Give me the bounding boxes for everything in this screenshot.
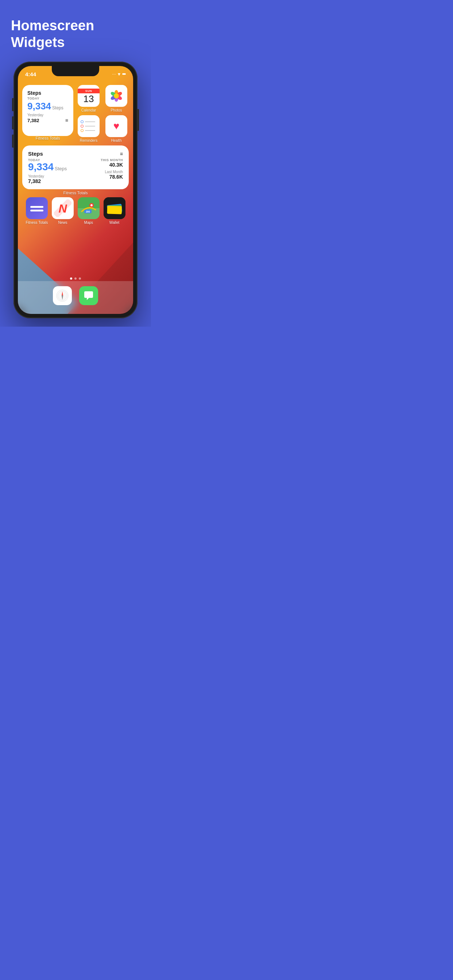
news-svg: N [54,199,72,217]
app-photos[interactable]: Photos [104,85,129,112]
app-wallet[interactable]: Wallet [104,197,126,224]
widget-menu-icon: ≡ [65,118,68,123]
app-news[interactable]: N News [52,197,74,224]
photos-label: Photos [110,108,122,112]
svg-text:280: 280 [86,210,90,213]
widget-small-value: 9,334 [27,101,51,111]
page-dots [70,277,81,280]
photos-icon [105,85,127,107]
safari-svg [56,289,69,302]
health-icon: ♥ [105,115,127,137]
page-dot-3 [79,277,81,280]
widget-medium-lastmonth-label: Last Month [100,170,123,174]
status-icons: ···· ▾ [112,71,126,77]
widget-medium-yesterday-label: Yesterday [28,174,67,178]
news-label: News [58,221,67,224]
steps-widget-small[interactable]: Steps TODAY 9,334 Steps Yesterday 7,382 … [22,85,73,143]
widget-medium-unit: Steps [55,166,67,171]
reminder-line-2 [85,126,95,127]
signal-dots-icon: ···· [112,72,116,76]
widget-small-yesterday-label: Yesterday [27,113,68,117]
svg-point-6 [114,93,119,99]
wallet-label: Wallet [109,221,119,224]
bottom-app-row: Fitness Totals N News [22,197,129,224]
widget-small-unit: Steps [52,105,64,110]
app-maps[interactable]: 280 Maps [78,197,100,224]
wallet-svg [104,197,126,219]
maps-svg: 280 [78,197,100,219]
safari-icon [53,286,72,305]
page-title: Homescreen Widgets [11,18,140,51]
reminder-line-1 [85,121,95,122]
widget-small-yesterday-value: 7,382 [27,118,39,123]
widget-small-title: Steps [27,90,68,96]
app-reminders[interactable]: Reminders [76,115,101,143]
health-label: Health [111,138,122,143]
maps-icon: 280 [78,197,100,219]
svg-rect-21 [107,205,122,214]
reminders-label: Reminders [80,138,97,143]
calendar-label: Calendar [81,108,96,112]
maps-label: Maps [84,221,93,224]
fitness-totals-bars-svg [30,203,43,213]
reminder-dot-3 [81,129,83,132]
notch [52,66,99,76]
app-health[interactable]: ♥ Health [104,115,129,143]
widget-small-app-label: Fitness Totals [22,136,73,140]
reminder-line-3 [85,130,95,131]
app-fitness-totals[interactable]: Fitness Totals [26,197,48,224]
battery-icon [122,73,126,75]
svg-rect-8 [30,210,43,212]
steps-widget-medium[interactable]: Steps ≡ TODAY 9,334 Steps Yesterday [22,145,129,195]
reminder-dot-2 [81,125,83,127]
calendar-date: 13 [83,94,94,103]
news-icon: N [52,197,74,219]
widget-medium-app-label: Fitness Totals [22,191,129,195]
home-content: Steps TODAY 9,334 Steps Yesterday 7,382 … [18,82,133,314]
svg-rect-7 [30,206,43,208]
svg-point-15 [91,204,93,206]
app-calendar[interactable]: SUN 13 Calendar [76,85,101,112]
reminder-dot-1 [81,120,83,123]
widget-medium-left: TODAY 9,334 Steps Yesterday 7,382 [28,158,67,184]
page-header: Homescreen Widgets [0,0,151,62]
app-grid: SUN 13 Calendar [76,85,129,143]
calendar-icon: SUN 13 [78,85,100,107]
dock-safari[interactable] [53,286,72,305]
widget-medium-thismonth-value: 40.3K [100,162,123,168]
widget-row-top: Steps TODAY 9,334 Steps Yesterday 7,382 … [22,85,129,143]
widget-medium-thismonth-label: THIS MONTH [100,158,123,162]
status-time: 4:44 [25,71,36,77]
dock [18,281,133,314]
widget-small-today-label: TODAY [27,97,68,100]
widget-medium-lastmonth-value: 78.6K [100,174,123,180]
widget-medium-yesterday-value: 7,382 [28,178,67,184]
phone-shell: 4:44 ···· ▾ Steps TODAY [13,62,137,318]
fitness-totals-icon [26,197,48,219]
wifi-icon: ▾ [118,71,120,77]
widget-medium-title: Steps [28,151,43,157]
wallet-icon [104,197,126,219]
page-dot-1 [70,277,72,280]
calendar-day: SUN [78,89,100,93]
fitness-totals-label: Fitness Totals [26,221,48,224]
page-dot-2 [74,277,77,280]
messages-icon [79,286,98,305]
widget-medium-right: THIS MONTH 40.3K Last Month 78.6K [100,158,123,184]
reminders-icon [78,115,100,137]
messages-svg [83,290,95,302]
photos-flower-svg [109,88,124,103]
phone-mockup: 4:44 ···· ▾ Steps TODAY [13,62,137,318]
health-heart-icon: ♥ [113,120,120,132]
phone-screen: 4:44 ···· ▾ Steps TODAY [18,66,133,314]
widget-medium-value: 9,334 [28,162,54,172]
dock-messages[interactable] [79,286,98,305]
widget-medium-menu-icon: ≡ [120,151,123,156]
